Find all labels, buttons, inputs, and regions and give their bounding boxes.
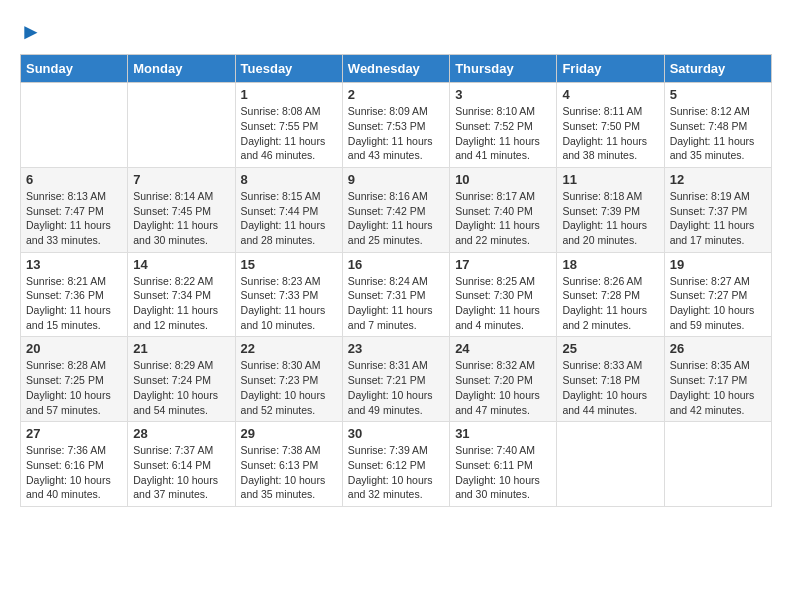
- weekday-header-wednesday: Wednesday: [342, 55, 449, 83]
- day-number: 23: [348, 341, 444, 356]
- weekday-header-tuesday: Tuesday: [235, 55, 342, 83]
- calendar-cell: 19Sunrise: 8:27 AM Sunset: 7:27 PM Dayli…: [664, 252, 771, 337]
- week-row-5: 27Sunrise: 7:36 AM Sunset: 6:16 PM Dayli…: [21, 422, 772, 507]
- calendar-cell: 25Sunrise: 8:33 AM Sunset: 7:18 PM Dayli…: [557, 337, 664, 422]
- calendar-cell: 21Sunrise: 8:29 AM Sunset: 7:24 PM Dayli…: [128, 337, 235, 422]
- calendar-cell: 10Sunrise: 8:17 AM Sunset: 7:40 PM Dayli…: [450, 167, 557, 252]
- calendar-cell: 16Sunrise: 8:24 AM Sunset: 7:31 PM Dayli…: [342, 252, 449, 337]
- day-number: 17: [455, 257, 551, 272]
- weekday-header-monday: Monday: [128, 55, 235, 83]
- day-number: 13: [26, 257, 122, 272]
- calendar-cell: 30Sunrise: 7:39 AM Sunset: 6:12 PM Dayli…: [342, 422, 449, 507]
- day-info: Sunrise: 8:31 AM Sunset: 7:21 PM Dayligh…: [348, 358, 444, 417]
- day-info: Sunrise: 8:24 AM Sunset: 7:31 PM Dayligh…: [348, 274, 444, 333]
- weekday-header-saturday: Saturday: [664, 55, 771, 83]
- weekday-header-thursday: Thursday: [450, 55, 557, 83]
- calendar-cell: [557, 422, 664, 507]
- logo: ►: [20, 20, 42, 44]
- day-number: 12: [670, 172, 766, 187]
- day-number: 4: [562, 87, 658, 102]
- day-info: Sunrise: 8:17 AM Sunset: 7:40 PM Dayligh…: [455, 189, 551, 248]
- calendar-cell: 27Sunrise: 7:36 AM Sunset: 6:16 PM Dayli…: [21, 422, 128, 507]
- day-number: 5: [670, 87, 766, 102]
- day-number: 27: [26, 426, 122, 441]
- day-info: Sunrise: 7:38 AM Sunset: 6:13 PM Dayligh…: [241, 443, 337, 502]
- day-number: 15: [241, 257, 337, 272]
- day-info: Sunrise: 8:23 AM Sunset: 7:33 PM Dayligh…: [241, 274, 337, 333]
- calendar-cell: 20Sunrise: 8:28 AM Sunset: 7:25 PM Dayli…: [21, 337, 128, 422]
- week-row-2: 6Sunrise: 8:13 AM Sunset: 7:47 PM Daylig…: [21, 167, 772, 252]
- calendar-cell: [664, 422, 771, 507]
- day-info: Sunrise: 8:21 AM Sunset: 7:36 PM Dayligh…: [26, 274, 122, 333]
- calendar-cell: 6Sunrise: 8:13 AM Sunset: 7:47 PM Daylig…: [21, 167, 128, 252]
- day-info: Sunrise: 7:37 AM Sunset: 6:14 PM Dayligh…: [133, 443, 229, 502]
- day-number: 7: [133, 172, 229, 187]
- calendar-cell: 1Sunrise: 8:08 AM Sunset: 7:55 PM Daylig…: [235, 83, 342, 168]
- calendar-cell: 28Sunrise: 7:37 AM Sunset: 6:14 PM Dayli…: [128, 422, 235, 507]
- weekday-header-sunday: Sunday: [21, 55, 128, 83]
- day-number: 29: [241, 426, 337, 441]
- calendar: SundayMondayTuesdayWednesdayThursdayFrid…: [20, 54, 772, 507]
- calendar-cell: 7Sunrise: 8:14 AM Sunset: 7:45 PM Daylig…: [128, 167, 235, 252]
- day-info: Sunrise: 7:39 AM Sunset: 6:12 PM Dayligh…: [348, 443, 444, 502]
- day-info: Sunrise: 8:29 AM Sunset: 7:24 PM Dayligh…: [133, 358, 229, 417]
- day-number: 22: [241, 341, 337, 356]
- header: ►: [20, 20, 772, 44]
- calendar-cell: [21, 83, 128, 168]
- week-row-4: 20Sunrise: 8:28 AM Sunset: 7:25 PM Dayli…: [21, 337, 772, 422]
- calendar-cell: 24Sunrise: 8:32 AM Sunset: 7:20 PM Dayli…: [450, 337, 557, 422]
- day-number: 25: [562, 341, 658, 356]
- day-info: Sunrise: 8:28 AM Sunset: 7:25 PM Dayligh…: [26, 358, 122, 417]
- day-info: Sunrise: 8:18 AM Sunset: 7:39 PM Dayligh…: [562, 189, 658, 248]
- day-info: Sunrise: 8:09 AM Sunset: 7:53 PM Dayligh…: [348, 104, 444, 163]
- day-info: Sunrise: 8:32 AM Sunset: 7:20 PM Dayligh…: [455, 358, 551, 417]
- day-info: Sunrise: 7:36 AM Sunset: 6:16 PM Dayligh…: [26, 443, 122, 502]
- day-number: 14: [133, 257, 229, 272]
- day-number: 24: [455, 341, 551, 356]
- day-number: 10: [455, 172, 551, 187]
- day-number: 11: [562, 172, 658, 187]
- calendar-cell: [128, 83, 235, 168]
- calendar-cell: 23Sunrise: 8:31 AM Sunset: 7:21 PM Dayli…: [342, 337, 449, 422]
- day-info: Sunrise: 8:11 AM Sunset: 7:50 PM Dayligh…: [562, 104, 658, 163]
- day-info: Sunrise: 8:15 AM Sunset: 7:44 PM Dayligh…: [241, 189, 337, 248]
- weekday-header-row: SundayMondayTuesdayWednesdayThursdayFrid…: [21, 55, 772, 83]
- day-number: 28: [133, 426, 229, 441]
- calendar-cell: 15Sunrise: 8:23 AM Sunset: 7:33 PM Dayli…: [235, 252, 342, 337]
- day-number: 30: [348, 426, 444, 441]
- day-info: Sunrise: 8:33 AM Sunset: 7:18 PM Dayligh…: [562, 358, 658, 417]
- day-info: Sunrise: 8:16 AM Sunset: 7:42 PM Dayligh…: [348, 189, 444, 248]
- day-number: 2: [348, 87, 444, 102]
- calendar-cell: 26Sunrise: 8:35 AM Sunset: 7:17 PM Dayli…: [664, 337, 771, 422]
- day-number: 26: [670, 341, 766, 356]
- day-info: Sunrise: 8:27 AM Sunset: 7:27 PM Dayligh…: [670, 274, 766, 333]
- day-number: 21: [133, 341, 229, 356]
- calendar-cell: 3Sunrise: 8:10 AM Sunset: 7:52 PM Daylig…: [450, 83, 557, 168]
- day-info: Sunrise: 8:10 AM Sunset: 7:52 PM Dayligh…: [455, 104, 551, 163]
- calendar-cell: 11Sunrise: 8:18 AM Sunset: 7:39 PM Dayli…: [557, 167, 664, 252]
- week-row-3: 13Sunrise: 8:21 AM Sunset: 7:36 PM Dayli…: [21, 252, 772, 337]
- day-number: 8: [241, 172, 337, 187]
- calendar-cell: 5Sunrise: 8:12 AM Sunset: 7:48 PM Daylig…: [664, 83, 771, 168]
- week-row-1: 1Sunrise: 8:08 AM Sunset: 7:55 PM Daylig…: [21, 83, 772, 168]
- calendar-cell: 4Sunrise: 8:11 AM Sunset: 7:50 PM Daylig…: [557, 83, 664, 168]
- logo-text: ►: [20, 20, 42, 44]
- day-info: Sunrise: 8:25 AM Sunset: 7:30 PM Dayligh…: [455, 274, 551, 333]
- day-number: 18: [562, 257, 658, 272]
- calendar-cell: 9Sunrise: 8:16 AM Sunset: 7:42 PM Daylig…: [342, 167, 449, 252]
- day-info: Sunrise: 8:35 AM Sunset: 7:17 PM Dayligh…: [670, 358, 766, 417]
- day-info: Sunrise: 8:12 AM Sunset: 7:48 PM Dayligh…: [670, 104, 766, 163]
- calendar-cell: 12Sunrise: 8:19 AM Sunset: 7:37 PM Dayli…: [664, 167, 771, 252]
- day-info: Sunrise: 8:30 AM Sunset: 7:23 PM Dayligh…: [241, 358, 337, 417]
- day-number: 6: [26, 172, 122, 187]
- calendar-cell: 14Sunrise: 8:22 AM Sunset: 7:34 PM Dayli…: [128, 252, 235, 337]
- day-number: 3: [455, 87, 551, 102]
- calendar-cell: 17Sunrise: 8:25 AM Sunset: 7:30 PM Dayli…: [450, 252, 557, 337]
- day-number: 20: [26, 341, 122, 356]
- day-number: 19: [670, 257, 766, 272]
- calendar-cell: 31Sunrise: 7:40 AM Sunset: 6:11 PM Dayli…: [450, 422, 557, 507]
- day-number: 9: [348, 172, 444, 187]
- calendar-cell: 2Sunrise: 8:09 AM Sunset: 7:53 PM Daylig…: [342, 83, 449, 168]
- day-info: Sunrise: 8:22 AM Sunset: 7:34 PM Dayligh…: [133, 274, 229, 333]
- calendar-cell: 22Sunrise: 8:30 AM Sunset: 7:23 PM Dayli…: [235, 337, 342, 422]
